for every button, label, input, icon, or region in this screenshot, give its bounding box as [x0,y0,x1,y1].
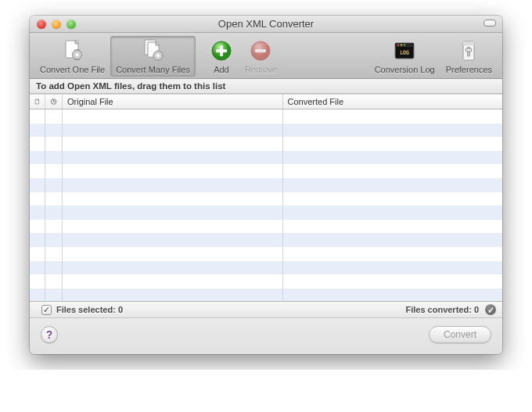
convert-one-file-label: Convert One File [40,65,105,74]
convert-button[interactable]: Convert [429,326,491,343]
footer: ? Convert [30,318,502,354]
column-status-icon[interactable] [45,95,63,109]
document-header-icon [34,98,40,106]
hint-text: To add Open XML files, drag them to this… [30,79,502,94]
svg-rect-5 [74,59,80,60]
svg-rect-23 [463,41,474,45]
status-bar: ✓ Files selected: 0 Files converted: 0 ✓ [30,302,502,318]
svg-point-19 [401,44,402,45]
titlebar: Open XML Converter [30,16,502,33]
document-single-icon [60,38,85,63]
svg-rect-25 [466,48,472,52]
svg-point-20 [404,44,405,45]
zoom-window-button[interactable] [66,20,76,29]
log-window-icon: LOG [392,38,417,63]
conversion-log-label: Conversion Log [375,65,435,74]
files-converted-label: Files converted: 0 [405,305,479,314]
svg-text:LOG: LOG [400,49,409,56]
help-icon: ? [46,328,53,341]
file-list: Original File Converted File [30,94,502,302]
svg-point-10 [156,54,160,57]
toolbar-toggle-button[interactable] [483,20,496,27]
clock-header-icon [50,98,57,106]
svg-rect-13 [216,49,227,52]
remove-button[interactable]: Remove [239,36,282,77]
remove-label: Remove [245,65,277,74]
convert-many-files-button[interactable]: Convert Many Files [110,36,196,77]
list-header: Original File Converted File [30,95,502,109]
svg-rect-15 [255,49,266,52]
svg-point-18 [397,44,399,45]
preferences-icon [456,38,481,63]
preferences-label: Preferences [446,65,492,74]
column-doc-icon[interactable] [30,95,45,109]
close-window-button[interactable] [37,20,46,29]
list-body[interactable] [30,109,502,302]
help-button[interactable]: ? [41,326,58,343]
preferences-button[interactable]: Preferences [440,36,498,77]
files-selected-label: Files selected: 0 [56,305,123,314]
column-converted-file[interactable]: Converted File [283,95,503,109]
svg-point-3 [75,53,78,56]
toolbar: Convert One File Convert Many Files [30,33,502,79]
remove-icon [248,38,273,63]
svg-rect-4 [74,50,80,51]
checkmark-icon: ✓ [43,305,50,315]
window-title: Open XML Converter [30,18,502,30]
select-all-checkbox[interactable]: ✓ [41,305,52,315]
convert-one-file-button[interactable]: Convert One File [34,36,110,77]
column-original-file[interactable]: Original File [63,95,283,109]
status-indicator-icon: ✓ [485,304,496,315]
minimize-window-button[interactable] [52,20,61,29]
add-button[interactable]: Add [203,36,239,77]
conversion-log-button[interactable]: LOG Conversion Log [369,36,440,77]
convert-many-files-label: Convert Many Files [116,65,190,74]
window-controls [30,20,76,29]
convert-button-label: Convert [444,329,476,340]
document-stack-icon [141,38,166,63]
column-converted-label: Converted File [288,97,344,106]
column-original-label: Original File [67,97,113,106]
add-label: Add [214,65,229,74]
app-window: Open XML Converter Convert One File [30,16,502,354]
add-icon [209,38,234,63]
